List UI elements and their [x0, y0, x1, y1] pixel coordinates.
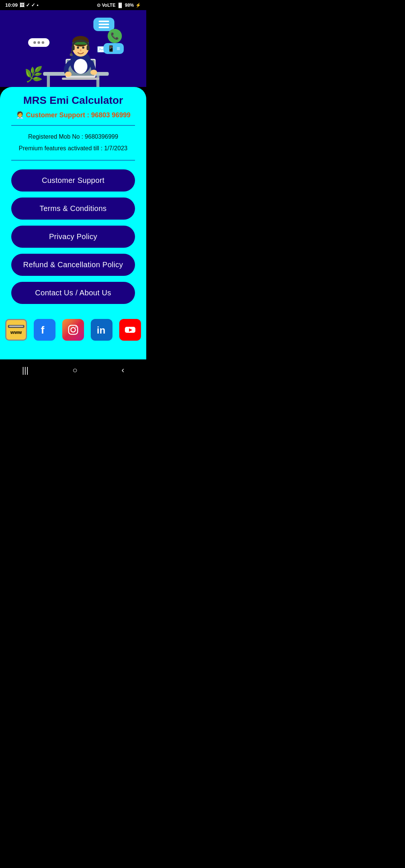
- ig-svg: [67, 323, 80, 336]
- app-title: MRS Emi Calculator: [23, 94, 123, 106]
- illustration-container: 📞 ✉️ 📱 ≡ 🌿: [21, 18, 126, 87]
- linkedin-icon[interactable]: in: [91, 319, 112, 341]
- svg-rect-1: [47, 76, 50, 87]
- www-icon[interactable]: www: [5, 319, 27, 341]
- youtube-icon[interactable]: [119, 319, 141, 341]
- svg-point-13: [70, 53, 73, 56]
- main-wrapper: 📞 ✉️ 📱 ≡ 🌿: [0, 10, 146, 359]
- contact-about-button[interactable]: Contact Us / About Us: [11, 282, 135, 304]
- button-list: Customer Support Terms & Conditions Priv…: [11, 169, 135, 304]
- person-illustration: [36, 27, 111, 87]
- facebook-icon[interactable]: f: [34, 319, 56, 341]
- social-row: www f in: [5, 319, 141, 348]
- hero-section: 📞 ✉️ 📱 ≡ 🌿: [0, 10, 146, 87]
- svg-rect-2: [96, 76, 99, 87]
- www-text: www: [10, 329, 22, 335]
- www-browser-bar: [8, 325, 24, 328]
- notification-icons: 🖼 ✓ ✓ •: [20, 2, 38, 8]
- svg-point-22: [75, 326, 76, 328]
- premium-till: Premium features activated till : 1/7/20…: [19, 143, 128, 153]
- svg-rect-5: [62, 78, 99, 80]
- bubble-line-1: [99, 21, 109, 22]
- status-left: 10:09 🖼 ✓ ✓ •: [5, 2, 39, 8]
- divider-2: [11, 160, 135, 160]
- refund-cancellation-button[interactable]: Refund & Cancellation Policy: [11, 254, 135, 276]
- signal-bars: ▐▌: [117, 3, 123, 8]
- phone2-lines: ≡: [117, 45, 120, 52]
- li-svg: in: [95, 323, 108, 336]
- home-button[interactable]: ○: [65, 364, 85, 377]
- nav-bar: ||| ○ ‹: [0, 359, 146, 383]
- svg-rect-12: [87, 46, 90, 50]
- status-bar: 10:09 🖼 ✓ ✓ • ⊙ VoLTE ▐▌ 98% ⚡: [0, 0, 146, 10]
- back-button[interactable]: ‹: [114, 364, 132, 377]
- card-section: MRS Emi Calculator 🧑‍💼 Customer Support …: [0, 87, 146, 359]
- terms-conditions-button[interactable]: Terms & Conditions: [11, 198, 135, 220]
- divider-1: [11, 125, 135, 126]
- svg-point-17: [65, 72, 72, 77]
- yt-svg: [124, 323, 136, 336]
- fb-svg: f: [38, 323, 51, 336]
- recent-apps-button[interactable]: |||: [15, 364, 36, 377]
- time-display: 10:09: [5, 2, 18, 8]
- svg-point-14: [77, 46, 79, 49]
- svg-point-16: [80, 49, 81, 51]
- instagram-icon[interactable]: [62, 319, 84, 341]
- privacy-policy-button[interactable]: Privacy Policy: [11, 226, 135, 248]
- bubble-line-2: [99, 24, 109, 25]
- svg-point-18: [90, 70, 97, 75]
- svg-point-7: [74, 59, 87, 74]
- battery-level: 98%: [125, 3, 134, 8]
- svg-point-21: [71, 328, 75, 332]
- battery-icon: ⚡: [135, 3, 141, 8]
- customer-support-button[interactable]: Customer Support: [11, 169, 135, 192]
- status-right: ⊙ VoLTE ▐▌ 98% ⚡: [97, 3, 141, 8]
- registered-mob: Registered Mob No : 9680396999: [28, 132, 118, 142]
- svg-text:f: f: [41, 324, 45, 336]
- support-line: 🧑‍💼 Customer Support : 96803 96999: [16, 111, 130, 119]
- svg-point-15: [82, 46, 84, 49]
- signal-label: VoLTE: [102, 3, 116, 8]
- svg-text:in: in: [97, 325, 105, 336]
- wifi-icon: ⊙: [97, 3, 100, 8]
